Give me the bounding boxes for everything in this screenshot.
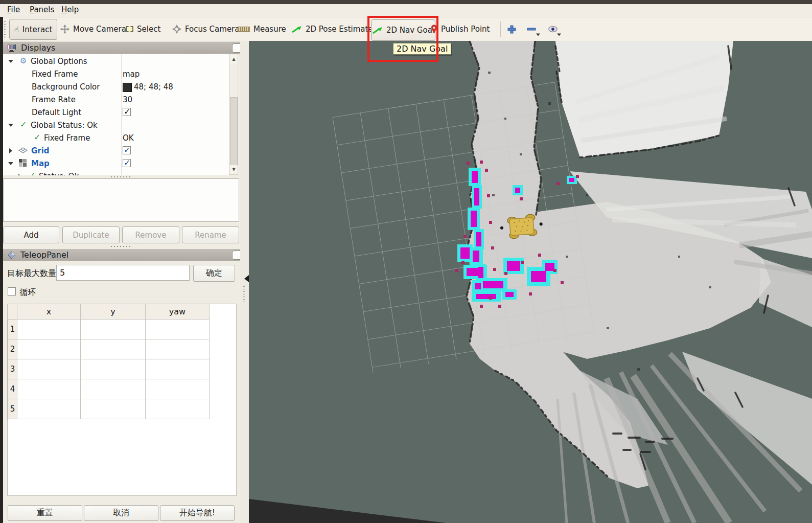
cell-y[interactable] <box>81 339 146 359</box>
confirm-button[interactable]: 确定 <box>193 265 235 282</box>
viewport-splitter[interactable] <box>240 41 249 523</box>
add-display-button[interactable]: Add <box>3 226 59 243</box>
tree-row-map[interactable]: Map <box>3 157 229 170</box>
expand-arrow-icon[interactable] <box>18 174 21 175</box>
expand-arrow-icon[interactable] <box>8 162 13 165</box>
pose-estimate-tool-button[interactable]: 2D Pose Estimate <box>291 17 373 41</box>
cell-x[interactable] <box>17 379 81 399</box>
splitter-drag-dots[interactable] <box>243 285 245 303</box>
displays-tree: ⚙ Global Options Fixed Frame map Backgro… <box>3 54 229 175</box>
cell-y[interactable] <box>81 320 146 339</box>
expand-arrow-icon[interactable] <box>8 60 13 63</box>
map-icon <box>19 159 27 167</box>
gear-icon: ⚙ <box>20 56 27 65</box>
cell-x[interactable] <box>17 399 81 419</box>
tree-row-map-status[interactable]: ✓ Status: Ok <box>3 170 229 175</box>
visibility-dropdown-arrow[interactable] <box>557 34 561 36</box>
remove-tool-button[interactable] <box>527 17 536 41</box>
expand-arrow-icon[interactable] <box>9 148 12 153</box>
collapse-panel-arrow-icon[interactable] <box>244 275 249 282</box>
nav-goal-highlight-box <box>367 16 438 62</box>
panel-splitter-handle[interactable] <box>110 176 130 178</box>
hand-cursor-icon: ☝ <box>14 25 19 34</box>
duplicate-display-button[interactable]: Duplicate <box>62 226 120 243</box>
visibility-tool-button[interactable] <box>548 17 558 41</box>
panel-splitter-handle[interactable] <box>110 245 130 247</box>
measure-tool-button[interactable]: Measure <box>238 17 286 41</box>
scroll-down-arrow[interactable]: ▼ <box>230 165 238 174</box>
window-titlebar[interactable] <box>0 0 812 4</box>
cell-x[interactable] <box>17 359 81 379</box>
max-goals-input[interactable]: 5 <box>56 265 190 281</box>
start-navigation-button[interactable]: 开始导航! <box>160 505 235 521</box>
loop-checkbox[interactable] <box>8 287 16 295</box>
reset-button[interactable]: 重置 <box>8 505 82 521</box>
cell-yaw[interactable] <box>146 359 210 379</box>
rename-display-button[interactable]: Rename <box>182 226 239 243</box>
col-header-yaw[interactable]: yaw <box>146 304 210 320</box>
tree-row-default-light[interactable]: Default Light <box>3 106 229 119</box>
tree-row-grid[interactable]: Grid <box>3 145 229 157</box>
green-arrow-icon <box>291 26 302 33</box>
teleop-panel-header[interactable]: TeleopPanel <box>3 249 245 261</box>
cell-yaw[interactable] <box>146 379 210 399</box>
monitor-icon <box>8 44 16 52</box>
goals-table[interactable]: x y yaw 1 2 3 4 5 <box>8 304 210 419</box>
select-tool-button[interactable]: Select <box>126 17 160 41</box>
default-light-checkbox[interactable] <box>123 108 131 116</box>
tree-row-frame-rate[interactable]: Frame Rate 30 <box>3 94 229 106</box>
goal-row[interactable]: 3 <box>8 359 210 379</box>
tree-row-fixed-frame[interactable]: Fixed Frame map <box>3 68 229 81</box>
tree-scrollbar[interactable]: ▲ ▼ <box>229 54 238 175</box>
focus-camera-tool-button[interactable]: Focus Camera <box>172 17 239 41</box>
color-swatch[interactable] <box>123 83 132 92</box>
cancel-button[interactable]: 取消 <box>84 505 158 521</box>
goal-row[interactable]: 2 <box>8 339 210 359</box>
ruler-icon <box>238 27 250 32</box>
col-header-y[interactable]: y <box>81 304 146 320</box>
cell-x[interactable] <box>17 339 81 359</box>
rviz-window: File Panels Help ☝ Interact Move Camera … <box>0 0 812 523</box>
cell-yaw[interactable] <box>146 339 210 359</box>
col-header-x[interactable]: x <box>17 304 81 320</box>
tree-row-global-status[interactable]: ✓ Global Status: Ok <box>3 119 229 132</box>
check-icon: ✓ <box>20 120 27 129</box>
map-checkbox[interactable] <box>123 159 131 167</box>
goal-row[interactable]: 5 <box>8 399 210 419</box>
focus-crosshair-icon <box>172 25 181 34</box>
cell-yaw[interactable] <box>146 399 210 419</box>
displays-panel-title: Displays <box>21 43 55 53</box>
remove-tool-dropdown-arrow[interactable] <box>536 34 540 36</box>
goal-row[interactable]: 1 <box>8 320 210 339</box>
toolbar-drag-handle[interactable] <box>4 20 7 38</box>
interact-tool-button[interactable]: ☝ Interact <box>9 19 57 40</box>
panel-diamond-icon <box>8 251 16 259</box>
cell-y[interactable] <box>81 359 146 379</box>
scroll-up-arrow[interactable]: ▲ <box>230 55 238 63</box>
tree-row-global-options[interactable]: ⚙ Global Options <box>3 55 229 68</box>
move-camera-tool-button[interactable]: Move Camera <box>60 17 126 41</box>
add-tool-button[interactable] <box>507 17 516 41</box>
check-icon: ✓ <box>29 171 35 175</box>
tree-row-background-color[interactable]: Background Color 48; 48; 48 <box>3 81 229 94</box>
remove-display-button[interactable]: Remove <box>122 226 179 243</box>
scroll-thumb[interactable] <box>230 97 238 166</box>
expand-arrow-icon[interactable] <box>8 124 13 127</box>
grid-checkbox[interactable] <box>123 146 131 154</box>
cell-x[interactable] <box>17 320 81 339</box>
menu-help[interactable]: Help <box>61 5 79 14</box>
cell-y[interactable] <box>81 379 146 399</box>
goal-row[interactable]: 4 <box>8 379 210 399</box>
toolbar-separator <box>500 21 501 37</box>
3d-viewport[interactable] <box>249 41 812 523</box>
tree-row-fixed-frame-status[interactable]: ✓ Fixed Frame OK <box>3 132 229 145</box>
move-arrows-icon <box>60 25 69 34</box>
publish-point-tool-button[interactable]: Publish Point <box>431 17 490 41</box>
cell-yaw[interactable] <box>146 320 210 339</box>
displays-panel-header[interactable]: Displays <box>3 42 245 54</box>
cell-y[interactable] <box>81 399 146 419</box>
teleop-panel-title: TeleopPanel <box>20 250 68 260</box>
menu-file[interactable]: File <box>7 5 20 14</box>
eye-icon <box>548 26 558 33</box>
menu-panels[interactable]: Panels <box>30 5 54 14</box>
